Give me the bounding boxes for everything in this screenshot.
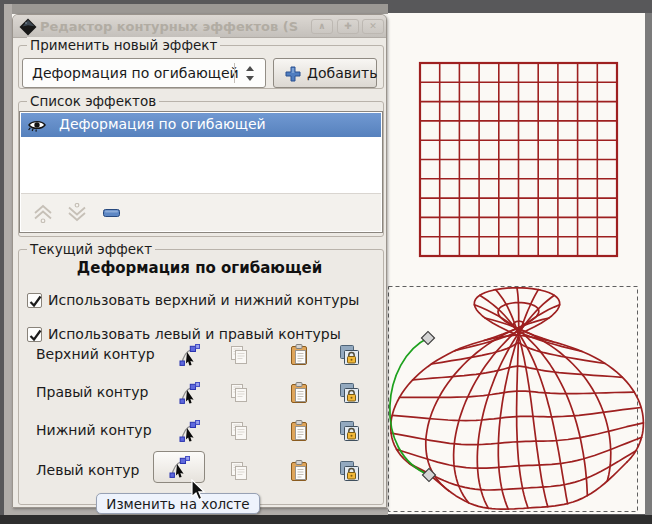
edit-on-canvas-button[interactable] [178, 420, 200, 442]
remove-effect-button[interactable] [103, 209, 120, 217]
link-path-button[interactable] [338, 344, 360, 366]
effect-list-label: Список эффектов [27, 93, 159, 109]
combo-separator [234, 63, 235, 83]
dialog-title: Редактор контурных эффектов (S [40, 19, 308, 34]
edit-on-canvas-button[interactable] [178, 344, 200, 366]
edit-on-canvas-icon[interactable] [168, 456, 190, 478]
apply-new-effect-label: Применить новый эффект [27, 37, 220, 53]
link-path-button[interactable] [338, 420, 360, 442]
link-path-button[interactable] [338, 382, 360, 404]
contour-row-right: Правый контур [13, 375, 386, 411]
effect-combo-value: Деформация по огибающей [32, 65, 239, 81]
dialog-titlebar[interactable]: Редактор контурных эффектов (S ∧ ✚ ✕ [13, 15, 386, 38]
current-effect-title: Деформация по огибающей [13, 259, 386, 277]
lower-effect-button[interactable] [65, 203, 89, 223]
effect-list-toolbar [21, 193, 381, 231]
effect-list[interactable]: Деформация по огибающей [19, 111, 383, 233]
add-effect-button[interactable]: Добавить [273, 58, 377, 88]
path-effects-dialog: Редактор контурных эффектов (S ∧ ✚ ✕ При… [12, 14, 387, 508]
effect-item-label: Деформация по огибающей [59, 116, 266, 132]
paste-path-button[interactable] [288, 344, 310, 366]
copy-path-button[interactable] [228, 344, 250, 366]
tooltip-text: Изменить на холсте [97, 496, 259, 512]
screenshot-frame: Редактор контурных эффектов (S ∧ ✚ ✕ При… [0, 0, 652, 524]
window-frame-right [645, 13, 652, 515]
contour-row-top: Верхний контур [13, 337, 386, 373]
paste-path-button[interactable] [288, 460, 310, 482]
paste-path-button[interactable] [288, 382, 310, 404]
contour-row-bottom: Нижний контур [13, 413, 386, 449]
mouse-cursor-icon [191, 479, 208, 503]
use-top-bottom-checkbox[interactable] [27, 293, 42, 308]
copy-path-button[interactable] [228, 420, 250, 442]
window-frame-left [4, 4, 12, 510]
tooltip: Изменить на холсте [96, 493, 260, 514]
plus-icon [285, 66, 301, 82]
contour-label: Верхний контур [36, 346, 155, 362]
inkscape-logo-icon [19, 18, 37, 36]
effect-list-item-selected[interactable]: Деформация по огибающей [21, 113, 381, 137]
stick-window-button[interactable]: ✚ [337, 19, 359, 34]
combo-spinner-icon[interactable] [243, 66, 257, 81]
check-icon [28, 294, 43, 309]
contour-label: Левый контур [36, 462, 140, 478]
window-frame-top [4, 4, 388, 14]
shade-window-button[interactable]: ∧ [311, 19, 333, 34]
use-top-bottom-label: Использовать верхний и нижний контуры [48, 292, 359, 308]
visibility-eye-icon[interactable] [27, 118, 47, 132]
link-path-button[interactable] [338, 460, 360, 482]
edit-on-canvas-button[interactable] [178, 382, 200, 404]
raise-effect-button[interactable] [31, 203, 55, 223]
contour-label: Нижний контур [36, 422, 152, 438]
copy-path-button[interactable] [228, 460, 250, 482]
copy-path-button[interactable] [228, 382, 250, 404]
paste-path-button[interactable] [288, 420, 310, 442]
effect-combo[interactable]: Деформация по огибающей [22, 58, 266, 88]
window-frame-bottom [0, 515, 652, 524]
add-effect-label: Добавить [307, 65, 377, 81]
close-window-button[interactable]: ✕ [362, 19, 384, 34]
current-effect-label: Текущий эффект [27, 241, 155, 257]
contour-label: Правый контур [36, 384, 148, 400]
